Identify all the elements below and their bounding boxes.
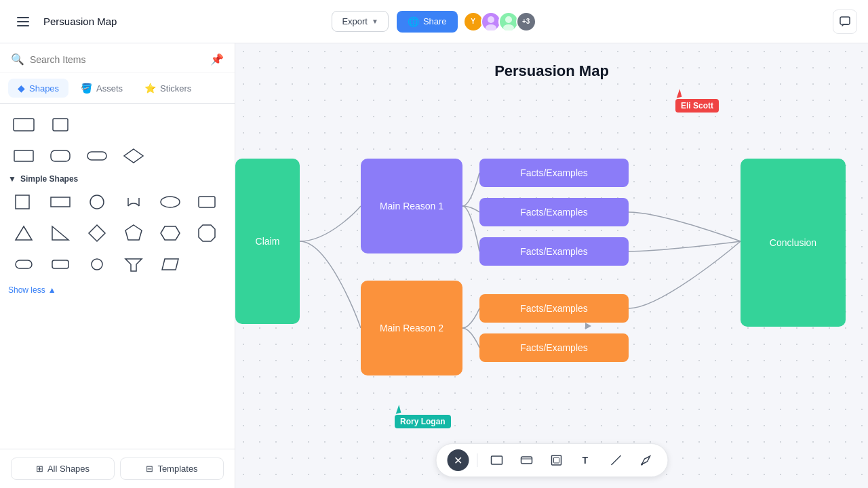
tab-assets[interactable]: 🪣 Assets bbox=[71, 79, 132, 98]
tab-stickers[interactable]: ⭐ Stickers bbox=[135, 79, 201, 98]
tab-stickers-label: Stickers bbox=[160, 83, 191, 94]
svg-point-1 bbox=[486, 24, 496, 30]
show-less-button[interactable]: Show less ▲ bbox=[8, 283, 226, 298]
show-less-label: Show less bbox=[8, 285, 45, 295]
svg-marker-10 bbox=[124, 149, 143, 163]
section-simple-shapes[interactable]: ▼ Simple Shapes bbox=[8, 174, 226, 184]
shape-diamond2[interactable] bbox=[81, 220, 113, 246]
shape-square[interactable] bbox=[8, 189, 39, 215]
all-shapes-tab[interactable]: ⊞ All Shapes bbox=[11, 458, 115, 480]
share-button[interactable]: 🌐 Share bbox=[397, 11, 458, 33]
node-fe2[interactable]: Facts/Examples bbox=[479, 198, 629, 226]
shape-rounded-rect[interactable] bbox=[45, 143, 76, 169]
diagram-title: Persuasion Map bbox=[494, 62, 609, 80]
node-fe1[interactable]: Facts/Examples bbox=[479, 159, 629, 187]
node-claim[interactable]: Claim bbox=[235, 159, 300, 324]
chat-button[interactable] bbox=[833, 9, 857, 34]
node-claim-label: Claim bbox=[256, 236, 280, 247]
svg-rect-34 bbox=[553, 458, 559, 463]
node-conclusion[interactable]: Conclusion bbox=[741, 159, 846, 327]
search-icon: 🔍 bbox=[11, 53, 24, 66]
tool-rectangle[interactable] bbox=[486, 449, 507, 471]
tool-frame[interactable] bbox=[545, 449, 567, 471]
document-title: Persuasion Map bbox=[43, 16, 323, 27]
shape-arc[interactable] bbox=[118, 189, 149, 215]
svg-marker-23 bbox=[199, 225, 215, 241]
section-label-text: Simple Shapes bbox=[20, 174, 78, 184]
shape-rectangle[interactable] bbox=[8, 143, 39, 169]
shape-stadium[interactable] bbox=[81, 143, 113, 169]
node-reason1[interactable]: Main Reason 1 bbox=[361, 159, 462, 253]
export-button[interactable]: Export ▼ bbox=[332, 11, 388, 32]
search-input[interactable] bbox=[30, 54, 205, 65]
shape-diamond[interactable] bbox=[118, 143, 149, 169]
shape-row-3 bbox=[8, 220, 226, 246]
tool-text[interactable]: T bbox=[575, 449, 597, 471]
shape-pentagon[interactable] bbox=[118, 220, 149, 246]
shape-round-rect3[interactable] bbox=[45, 251, 76, 277]
svg-point-26 bbox=[92, 259, 102, 270]
cursor-eli-label: Eli Scott bbox=[675, 99, 719, 113]
node-reason2[interactable]: Main Reason 2 bbox=[361, 281, 462, 375]
menu-button[interactable] bbox=[11, 9, 35, 34]
shape-ellipse[interactable] bbox=[155, 189, 186, 215]
node-fe5-label: Facts/Examples bbox=[520, 342, 588, 353]
templates-label: Templates bbox=[157, 464, 197, 474]
header: Persuasion Map Export ▼ 🌐 Share Y +3 bbox=[0, 0, 868, 43]
node-fe3[interactable]: Facts/Examples bbox=[479, 237, 629, 266]
chevron-up-icon: ▲ bbox=[48, 285, 56, 295]
svg-rect-6 bbox=[53, 119, 68, 131]
avatar-more: +3 bbox=[516, 12, 536, 32]
svg-point-13 bbox=[90, 195, 104, 209]
shape-item[interactable] bbox=[45, 112, 76, 138]
templates-icon: ⊟ bbox=[146, 464, 153, 474]
node-fe4-label: Facts/Examples bbox=[520, 303, 588, 314]
shape-parallelogram[interactable] bbox=[155, 251, 186, 277]
shape-funnel[interactable] bbox=[118, 251, 149, 277]
tool-pen[interactable] bbox=[635, 449, 656, 471]
tool-line[interactable] bbox=[605, 449, 627, 471]
cursor-pointer-icon bbox=[675, 89, 682, 98]
shape-triangle[interactable] bbox=[8, 220, 39, 246]
svg-rect-30 bbox=[491, 456, 502, 464]
node-fe4[interactable]: Facts/Examples bbox=[479, 294, 629, 323]
svg-point-37 bbox=[641, 464, 643, 466]
svg-rect-33 bbox=[551, 455, 561, 465]
hamburger-icon bbox=[17, 17, 29, 26]
tab-shapes[interactable]: ◆ Shapes bbox=[8, 79, 68, 98]
shape-circle[interactable] bbox=[81, 189, 113, 215]
svg-rect-4 bbox=[840, 17, 850, 24]
svg-rect-9 bbox=[87, 152, 106, 160]
shape-hexagon[interactable] bbox=[155, 220, 186, 246]
shape-circle2[interactable] bbox=[81, 251, 113, 277]
tool-card[interactable] bbox=[515, 449, 537, 471]
shape-octagon[interactable] bbox=[191, 220, 222, 246]
svg-marker-27 bbox=[162, 259, 178, 270]
svg-marker-20 bbox=[89, 225, 105, 241]
shape-right-triangle[interactable] bbox=[45, 220, 76, 246]
search-bar: 🔍 📌 bbox=[0, 43, 235, 73]
canvas[interactable]: Persuasion Map Claim Main Reason 1 Main … bbox=[235, 43, 868, 488]
pin-icon[interactable]: 📌 bbox=[210, 53, 224, 66]
templates-tab[interactable]: ⊟ Templates bbox=[120, 458, 224, 480]
close-button[interactable]: ✕ bbox=[447, 449, 469, 471]
svg-point-3 bbox=[503, 24, 514, 30]
chat-icon bbox=[839, 16, 851, 28]
svg-marker-22 bbox=[161, 226, 180, 240]
shape-item[interactable] bbox=[8, 112, 39, 138]
node-fe5[interactable]: Facts/Examples bbox=[479, 333, 629, 362]
shape-rect2[interactable] bbox=[45, 189, 76, 215]
shapes-area: ▼ Simple Shapes Show les bbox=[0, 104, 235, 449]
shape-round-rect2[interactable] bbox=[8, 251, 39, 277]
cursor-rory: Rory Logan bbox=[395, 405, 451, 428]
all-shapes-icon: ⊞ bbox=[36, 464, 43, 474]
all-shapes-label: All Shapes bbox=[47, 464, 90, 474]
shape-tablet[interactable] bbox=[191, 189, 222, 215]
chevron-down-icon: ▼ bbox=[372, 18, 378, 25]
sidebar: 🔍 📌 ◆ Shapes 🪣 Assets ⭐ Stickers bbox=[0, 43, 235, 488]
shape-row-2 bbox=[8, 189, 226, 215]
svg-point-2 bbox=[505, 16, 512, 23]
svg-marker-18 bbox=[16, 226, 32, 240]
svg-rect-31 bbox=[521, 457, 532, 464]
svg-rect-25 bbox=[52, 260, 68, 268]
